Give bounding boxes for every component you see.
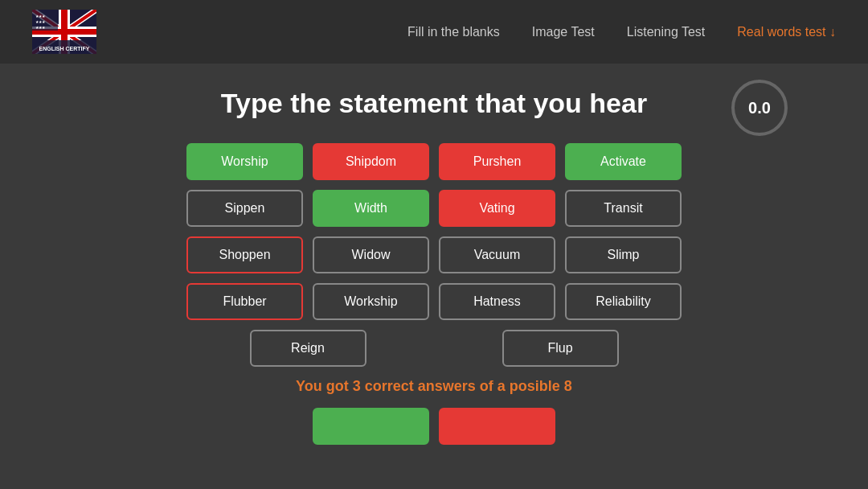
word-btn-flubber[interactable]: Flubber — [186, 283, 303, 320]
main-content: 0.0 Type the statement that you hear Wor… — [0, 64, 868, 469]
word-btn-shoppen[interactable]: Shoppen — [186, 236, 303, 273]
word-btn-vacuum[interactable]: Vacuum — [439, 236, 555, 273]
bottom-btn-2[interactable] — [439, 408, 555, 445]
bottom-btn-1[interactable] — [313, 408, 429, 445]
word-btn-worship[interactable]: Worship — [186, 143, 303, 180]
word-btn-workship[interactable]: Workship — [313, 283, 429, 320]
word-btn-widow[interactable]: Widow — [313, 236, 429, 273]
header: ★★★ ★★★ ★★★ ENGLISH CERTIFY Fill in the … — [0, 0, 868, 64]
main-title: Type the statement that you hear — [221, 88, 647, 119]
bottom-row: Reign Flup — [250, 330, 619, 367]
word-btn-transit[interactable]: Transit — [565, 190, 682, 227]
word-btn-slimp[interactable]: Slimp — [565, 236, 682, 273]
word-btn-vating[interactable]: Vating — [439, 190, 555, 227]
nav-image-test[interactable]: Image Test — [532, 25, 595, 39]
word-btn-activate[interactable]: Activate — [565, 143, 682, 180]
word-grid: Worship Shipdom Purshen Activate Sippen … — [186, 143, 682, 320]
word-btn-sippen[interactable]: Sippen — [186, 190, 303, 227]
word-btn-reign[interactable]: Reign — [250, 330, 366, 367]
logo-flag: ★★★ ★★★ ★★★ ENGLISH CERTIFY — [32, 10, 96, 54]
nav-fill-blanks[interactable]: Fill in the blanks — [407, 25, 500, 39]
logo-area: ★★★ ★★★ ★★★ ENGLISH CERTIFY — [32, 10, 96, 54]
svg-text:★★★: ★★★ — [35, 14, 46, 18]
spacer — [376, 330, 493, 367]
word-btn-hatness[interactable]: Hatness — [439, 283, 555, 320]
score-circle: 0.0 — [731, 80, 788, 136]
word-btn-purshen[interactable]: Purshen — [439, 143, 555, 180]
word-btn-shipdom[interactable]: Shipdom — [313, 143, 429, 180]
nav-links: Fill in the blanks Image Test Listening … — [407, 25, 836, 39]
svg-text:ENGLISH CERTIFY: ENGLISH CERTIFY — [39, 46, 89, 51]
nav-real-words-test[interactable]: Real words test ↓ — [737, 25, 836, 39]
nav-listening-test[interactable]: Listening Test — [627, 25, 706, 39]
svg-text:★★★: ★★★ — [35, 19, 46, 24]
bottom-buttons — [313, 408, 555, 445]
word-btn-flup[interactable]: Flup — [502, 330, 619, 367]
word-btn-reliability[interactable]: Reliability — [565, 283, 682, 320]
result-text: You got 3 correct answers of a posible 8 — [296, 378, 572, 395]
word-btn-width[interactable]: Width — [313, 190, 429, 227]
svg-text:★★★: ★★★ — [35, 25, 46, 30]
